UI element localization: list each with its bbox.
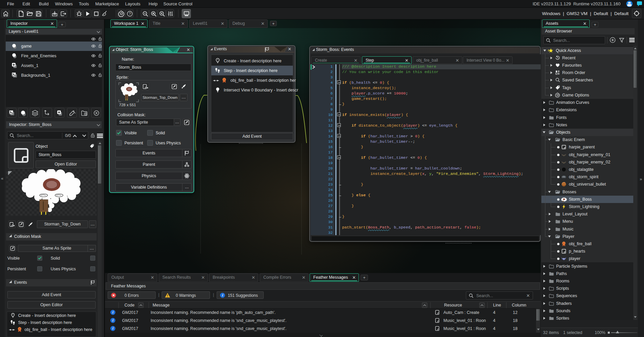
svg-text:?: ?: [129, 12, 131, 16]
